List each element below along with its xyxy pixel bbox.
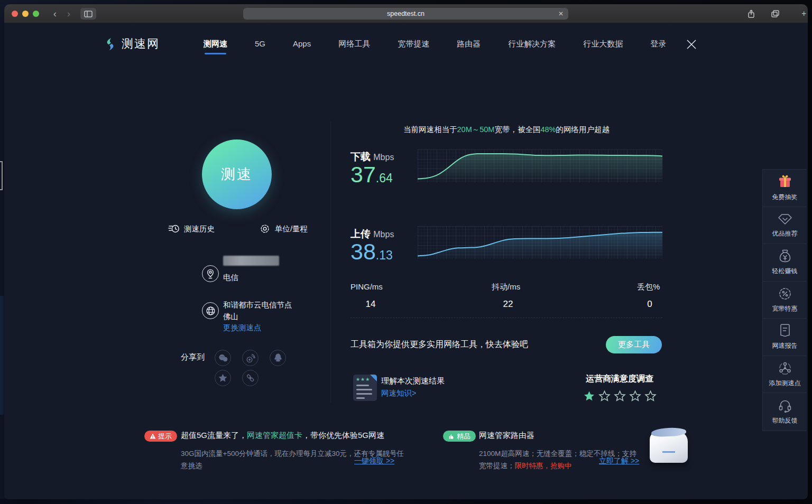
nav-item-industry-data[interactable]: 行业大数据 — [583, 39, 623, 49]
survey-star-2[interactable] — [598, 390, 611, 402]
nav-item-network-tools[interactable]: 网络工具 — [338, 39, 370, 49]
test-history-button[interactable]: 测速历史 — [168, 223, 215, 235]
back-button[interactable]: ‹ — [49, 8, 61, 20]
side-rail: 免费抽奖 优品推荐 轻松赚钱 — [762, 169, 807, 431]
weibo-icon — [245, 353, 256, 363]
tabs-icon — [771, 10, 779, 17]
money-bag-icon — [778, 249, 792, 264]
globe-icon — [202, 302, 219, 319]
speed-summary: 当前网速相当于20M～50M宽带，被全国48%的网络用户超越 — [350, 125, 662, 135]
survey-star-3[interactable] — [614, 390, 626, 402]
isp-survey-title: 运营商满意度调查 — [586, 374, 653, 385]
loss-label: 丢包% — [637, 282, 660, 292]
nav-item-speedtest[interactable]: 测网速 — [204, 39, 227, 49]
report-doc-icon: ★★★ — [353, 375, 377, 401]
site-logo-text: 测速网 — [122, 36, 160, 52]
jitter-label: 抖动/ms — [492, 282, 520, 292]
history-icon — [168, 223, 180, 235]
unit-range-label: 单位/量程 — [275, 224, 308, 234]
minimize-window-button[interactable] — [22, 11, 29, 17]
page-close-icon[interactable] — [685, 38, 698, 51]
promo-left-claim-link[interactable]: 一键领取 >> — [354, 456, 394, 466]
browser-window: ‹ › speedtest.cn ✕ — [4, 4, 808, 499]
share-qzone-button[interactable] — [215, 370, 231, 386]
forward-button[interactable]: › — [62, 8, 75, 20]
sidebar-item-lottery[interactable]: 免费抽奖 — [763, 170, 807, 207]
gem-icon — [778, 212, 792, 226]
promo-right-title: 网速管家路由器 — [479, 431, 534, 441]
main-nav: 测网速 5G Apps 网络工具 宽带提速 路由器 行业解决方案 行业大数据 登… — [204, 39, 666, 49]
share-wechat-button[interactable] — [215, 350, 231, 366]
network-node-icon — [778, 361, 792, 376]
change-node-link[interactable]: 更换测速点 — [223, 323, 262, 333]
close-window-button[interactable] — [12, 11, 18, 17]
ping-label: PING/ms — [350, 282, 383, 291]
unit-range-button[interactable]: 单位/量程 — [259, 223, 308, 235]
upload-chart — [418, 226, 662, 259]
desktop-background: ‹ › speedtest.cn ✕ — [0, 0, 812, 504]
more-tools-button[interactable]: 更多工具 — [606, 336, 662, 353]
summary-mid: 宽带，被全国 — [494, 125, 540, 134]
nav-item-5g[interactable]: 5G — [255, 39, 265, 49]
clear-url-icon[interactable]: ✕ — [558, 10, 564, 17]
desktop-window-sliver — [0, 161, 3, 190]
node-city: 佛山 — [223, 312, 238, 322]
promo-premium-badge: 精品 — [443, 431, 476, 442]
start-test-label: 测速 — [221, 165, 253, 184]
test-history-label: 测速历史 — [184, 224, 215, 234]
download-chart — [418, 150, 662, 182]
speed-knowledge-link[interactable]: 网速知识> — [381, 388, 416, 398]
share-weibo-button[interactable] — [242, 350, 259, 366]
nav-item-broadband-boost[interactable]: 宽带提速 — [398, 39, 429, 49]
link-icon — [245, 373, 255, 383]
node-name: 和谐都市云电信节点 — [223, 300, 292, 310]
survey-star-4[interactable] — [629, 390, 641, 402]
survey-star-1[interactable] — [583, 390, 595, 402]
summary-range: 20M～50M — [457, 125, 495, 134]
sidebar-item-add-node[interactable]: 添加测速点 — [763, 356, 807, 394]
zoom-window-button[interactable] — [33, 11, 39, 17]
share-qq-button[interactable] — [270, 350, 286, 366]
new-tab-button[interactable]: + — [801, 8, 808, 20]
nav-item-router[interactable]: 路由器 — [457, 39, 481, 49]
browser-titlebar: ‹ › speedtest.cn ✕ — [4, 4, 808, 23]
summary-suffix: 的网络用户超越 — [556, 125, 610, 134]
toolbox-text: 工具箱为你提供更多实用网络工具，快去体验吧 — [350, 339, 528, 350]
sidebar-item-speed-report[interactable]: 网速报告 — [763, 319, 807, 356]
qq-icon — [273, 353, 283, 363]
share-to-label: 分享到 — [181, 352, 205, 362]
sidebar-toggle-button[interactable] — [80, 8, 96, 20]
share-button[interactable] — [744, 8, 759, 20]
promo-right-highlight: 限时特惠，抢购中 — [515, 462, 572, 470]
address-bar[interactable]: speedtest.cn ✕ — [243, 8, 568, 20]
nav-item-login[interactable]: 登录 — [650, 39, 666, 49]
sidebar-item-recommendations[interactable]: 优品推荐 — [763, 207, 807, 245]
promo-right-learn-link[interactable]: 立即了解 >> — [599, 456, 639, 466]
sidebar-item-earn-money[interactable]: 轻松赚钱 — [763, 244, 807, 282]
download-unit: Mbps — [373, 153, 394, 162]
gift-icon — [777, 174, 793, 190]
gear-icon — [259, 223, 271, 235]
download-value: 37.64 — [350, 162, 393, 188]
survey-star-5[interactable] — [644, 390, 657, 402]
router-product-image — [647, 424, 692, 469]
tab-overview-button[interactable] — [768, 8, 782, 20]
nav-item-industry-solutions[interactable]: 行业解决方案 — [508, 39, 556, 49]
sidebar-item-help-feedback[interactable]: 帮助反馈 — [763, 393, 807, 431]
site-logo[interactable]: 测速网 — [103, 36, 160, 52]
redacted-ip-text — [223, 256, 279, 266]
sidebar-item-broadband-deals[interactable]: 宽带特惠 — [763, 282, 807, 319]
promo-left-line1: 超值5G流量来了，网速管家超值卡，带你优先体验5G网速 — [181, 431, 384, 441]
report-icon — [778, 323, 792, 338]
page-speedtest: 测速网 测网速 5G Apps 网络工具 宽带提速 路由器 行业解决方案 行业大… — [4, 23, 808, 499]
jitter-value: 22 — [492, 299, 524, 310]
speedtest-logo-icon — [103, 37, 117, 51]
column-divider — [330, 122, 331, 403]
share-copy-link-button[interactable] — [242, 370, 259, 386]
start-test-button[interactable]: 测速 — [202, 139, 272, 209]
survey-stars — [583, 390, 657, 402]
loss-value: 0 — [637, 299, 662, 310]
nav-item-apps[interactable]: Apps — [293, 39, 311, 49]
headset-icon — [778, 398, 792, 413]
upload-unit: Mbps — [373, 230, 394, 239]
